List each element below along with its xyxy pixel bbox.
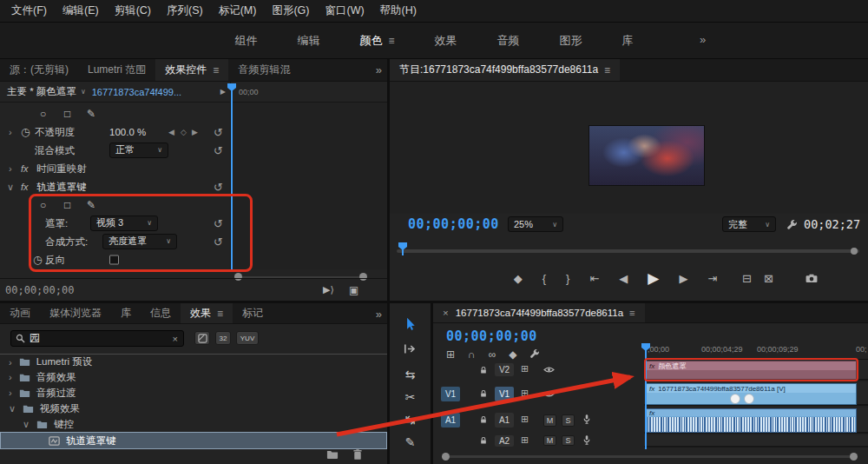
workspace-tab-editing[interactable]: 编辑 [297,33,319,49]
track-output-eye-icon[interactable] [543,366,555,374]
workspace-tab-libraries[interactable]: 库 [622,33,634,49]
timeline-zoom-handle-left[interactable] [442,453,450,461]
ripple-edit-tool[interactable]: ⇆ [405,368,416,381]
mark-in-icon[interactable]: { [542,272,546,285]
overflow-icon[interactable]: » [376,63,382,76]
stopwatch-icon[interactable]: ◷ [33,254,42,266]
track-matte-label[interactable]: 轨道遮罩键 [36,180,87,193]
track-name-a1[interactable]: A1 [495,413,514,428]
workspace-tab-audio[interactable]: 音频 [497,33,520,49]
mask-pen-icon[interactable]: ✎ [87,199,95,211]
timeline-scrollbar-track[interactable] [449,455,851,458]
reset-icon[interactable]: ↺ [214,180,223,193]
invert-checkbox[interactable] [109,255,119,264]
sync-lock-icon[interactable]: ⊞ [521,363,529,375]
mask-pen-icon[interactable]: ✎ [87,108,95,120]
scrubber-knob[interactable] [851,248,858,255]
go-to-in-icon[interactable]: ⇤ [589,272,599,285]
menu-help[interactable]: 帮助(H) [372,3,424,18]
playback-resolution-dropdown[interactable]: 完整∨ [722,216,776,232]
tree-item-keying[interactable]: ∨ 键控 [0,416,387,432]
twirl-icon[interactable]: › [9,388,12,398]
lock-icon[interactable] [479,389,488,398]
timeline-ruler[interactable]: ;00;00 00;00;04;29 00;00;09;29 00; [644,342,868,360]
panel-menu-icon[interactable]: ≡ [629,308,635,318]
reset-icon[interactable]: ↺ [214,125,223,138]
ec-mini-ruler[interactable]: 00;00 [230,82,387,103]
twirl-open-icon[interactable]: ∨ [9,403,16,414]
stopwatch-icon[interactable]: ◷ [21,126,30,138]
twirl-open-icon[interactable]: ∨ [23,419,30,430]
step-forward-icon[interactable]: ▶ [679,272,687,285]
solo-button-a1[interactable]: S [562,414,575,427]
program-timecode[interactable]: 00;00;00;00 [408,216,499,232]
tab-markers[interactable]: 标记 [233,303,273,323]
export-frame-camera-icon[interactable] [806,274,818,283]
twirl-open-icon[interactable]: ∨ [7,181,14,192]
sync-lock-icon[interactable]: ⊞ [521,434,529,446]
reset-icon[interactable]: ↺ [214,143,223,156]
slip-tool[interactable]: ↹ [405,413,416,427]
menu-clip[interactable]: 剪辑(C) [107,3,159,18]
yuv-effects-badge[interactable]: YUV [236,331,259,345]
workspace-overflow-icon[interactable]: » [700,33,863,46]
search-input[interactable] [30,333,173,345]
reset-icon[interactable]: ↺ [214,235,223,248]
opacity-value[interactable]: 100.0 % [109,127,146,137]
menu-file[interactable]: 文件(F) [3,3,55,18]
panel-menu-icon[interactable]: ≡ [213,64,219,76]
pen-tool[interactable]: ✎ [405,435,416,449]
tab-effect-controls[interactable]: 效果控件 ≡ [155,59,228,81]
ec-panel-icon[interactable]: ▣ [349,284,358,296]
clip-video-v1[interactable]: fx 16771873ca74f499bffa83577de8611a [V] [646,383,857,405]
32bit-effects-badge[interactable]: 32 [215,331,231,345]
panel-menu-icon[interactable]: ≡ [217,308,223,320]
tab-info[interactable]: 信息 [141,303,181,323]
show-keyframes-icon[interactable]: ▶ [220,88,226,96]
selection-tool[interactable] [404,317,416,331]
play-clip-icon[interactable]: ▶⟩ [323,284,334,295]
voiceover-mic-icon[interactable] [582,414,591,425]
workspace-tab-graphics[interactable]: 图形 [560,33,582,49]
source-patch-a1[interactable]: A1 [441,413,460,428]
track-output-eye-icon[interactable] [543,390,555,398]
search-clear-icon[interactable]: × [173,334,178,344]
sync-lock-icon[interactable]: ⊞ [521,388,529,399]
add-marker-icon[interactable]: ◆ [509,348,516,361]
menu-markers[interactable]: 标记(M) [211,3,265,18]
razor-tool[interactable]: ✂ [405,390,416,404]
composite-dropdown[interactable]: 亮度遮罩∨ [102,234,177,249]
add-marker-icon[interactable]: ◆ [514,272,523,285]
matte-dropdown[interactable]: 视频 3∨ [90,215,158,231]
linked-selection-icon[interactable]: ∞ [489,348,496,361]
workspace-tab-assembly[interactable]: 组件 [234,33,257,49]
prev-keyframe-icon[interactable]: ◀ [168,128,174,136]
go-to-out-icon[interactable]: ⇥ [707,272,717,285]
menu-window[interactable]: 窗口(W) [317,3,372,18]
timeline-zoom-handle-right[interactable] [850,453,858,461]
program-scrubber[interactable] [390,240,868,257]
mask-rect-icon[interactable]: □ [64,199,70,211]
chevron-down-icon[interactable]: ∨ [81,88,86,96]
track-select-forward-tool[interactable] [404,343,417,355]
lock-icon[interactable] [479,436,488,445]
track-name-v1[interactable]: V1 [495,387,514,401]
tab-lumetri-scopes[interactable]: Lumetri 范围 [78,59,155,81]
tree-item-audio-effects[interactable]: › 音频效果 [0,369,387,385]
tree-item-track-matte-key[interactable]: 轨道遮罩键 [0,432,387,449]
track-name-a2[interactable]: A2 [495,435,514,447]
twirl-icon[interactable]: › [9,372,12,382]
tab-source-monitor[interactable]: 源：(无剪辑) [0,59,78,81]
clip-color-matte[interactable]: fx 颜色遮罩 [646,361,857,380]
play-button[interactable]: ▶ [648,269,659,288]
step-back-icon[interactable]: ◀ [619,272,628,285]
accelerated-effects-badge[interactable] [194,331,210,345]
lock-icon[interactable] [479,415,488,424]
twirl-icon[interactable]: › [9,163,12,174]
track-name-v2[interactable]: V2 [495,363,514,376]
lock-icon[interactable] [479,366,488,375]
voiceover-mic-icon[interactable] [582,434,591,446]
tab-audio-clip-mixer[interactable]: 音频剪辑混 [228,59,299,81]
next-keyframe-icon[interactable]: ▶ [192,128,198,136]
panel-menu-icon[interactable]: ≡ [388,35,394,47]
